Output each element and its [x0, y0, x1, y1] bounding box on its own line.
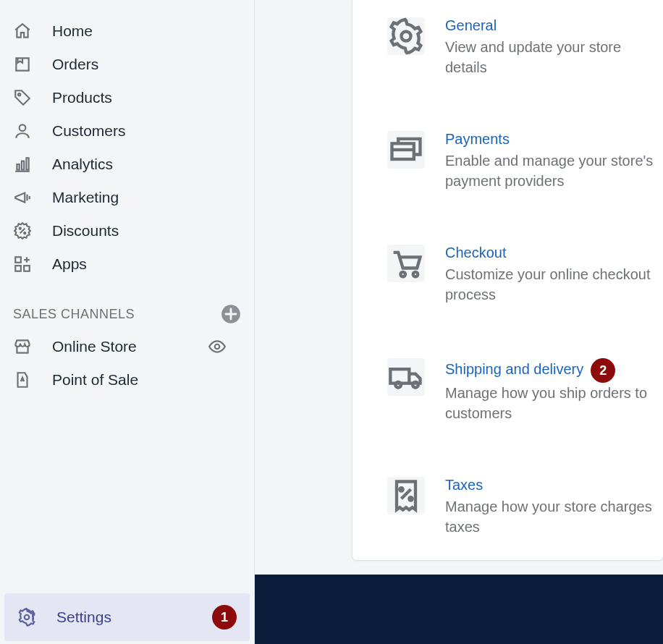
truck-icon: [387, 358, 425, 396]
nav-item-apps[interactable]: Apps: [0, 247, 254, 281]
nav-item-home[interactable]: Home: [0, 14, 254, 48]
sidebar: Home Orders Products Customers Analytics: [0, 0, 255, 644]
svg-point-1: [20, 124, 26, 131]
nav-item-orders[interactable]: Orders: [0, 48, 254, 81]
settings-entry-checkout[interactable]: Checkout Customize your online checkout …: [352, 227, 663, 312]
annotation-badge-1: 1: [212, 605, 237, 630]
svg-rect-9: [15, 266, 21, 271]
nav-item-label: Marketing: [52, 189, 119, 206]
settings-desc: Customize your online checkout process: [445, 264, 656, 305]
settings-desc: Enable and manage your store's payment p…: [445, 151, 656, 191]
user-icon: [13, 122, 32, 140]
settings-button[interactable]: Settings 1: [4, 593, 250, 641]
orders-icon: [13, 55, 32, 74]
discount-icon: [13, 221, 32, 240]
gear-icon: [387, 17, 425, 55]
megaphone-icon: [13, 188, 32, 207]
channel-label: Online Store: [52, 338, 187, 355]
cart-icon: [387, 245, 425, 282]
nav-item-customers[interactable]: Customers: [0, 114, 254, 148]
nav-item-label: Apps: [52, 255, 87, 273]
svg-point-0: [18, 93, 20, 96]
nav-item-label: Products: [52, 89, 112, 106]
svg-point-6: [24, 232, 25, 234]
primary-nav: Home Orders Products Customers Analytics: [0, 0, 254, 593]
annotation-badge-2: 2: [591, 358, 615, 383]
settings-entry-general[interactable]: General View and update your store detai…: [352, 0, 663, 85]
svg-rect-3: [22, 161, 24, 170]
settings-panel: General View and update your store detai…: [352, 0, 663, 560]
settings-desc: Manage how you ship orders to customers: [445, 383, 656, 423]
svg-point-13: [402, 32, 411, 41]
svg-rect-2: [17, 164, 19, 170]
nav-item-label: Home: [52, 22, 93, 40]
section-heading-label: SALES CHANNELS: [13, 307, 135, 322]
channel-point-of-sale[interactable]: Point of Sale: [0, 363, 254, 397]
payments-icon: [387, 131, 425, 169]
channel-label: Point of Sale: [52, 371, 241, 389]
store-icon: [13, 337, 32, 356]
channel-online-store[interactable]: Online Store: [0, 330, 254, 363]
settings-link-payments[interactable]: Payments: [445, 131, 510, 148]
nav-item-products[interactable]: Products: [0, 81, 254, 114]
svg-point-5: [20, 228, 21, 229]
sales-channels-heading: SALES CHANNELS: [0, 281, 254, 330]
svg-point-15: [400, 272, 405, 277]
receipt-icon: [387, 477, 425, 514]
settings-label: Settings: [56, 609, 192, 626]
nav-item-label: Analytics: [52, 156, 113, 173]
nav-item-analytics[interactable]: Analytics: [0, 148, 254, 181]
apps-icon: [13, 255, 32, 274]
nav-item-label: Customers: [52, 122, 126, 140]
main-area: General View and update your store detai…: [255, 0, 663, 644]
svg-point-20: [400, 488, 402, 491]
settings-link-general[interactable]: General: [445, 17, 497, 34]
home-icon: [13, 22, 32, 41]
svg-rect-8: [24, 266, 30, 271]
settings-link-taxes[interactable]: Taxes: [445, 477, 483, 493]
svg-rect-4: [26, 158, 28, 169]
tag-icon: [13, 88, 32, 107]
settings-desc: Manage how your store charges taxes: [445, 496, 656, 537]
svg-point-21: [409, 497, 412, 500]
svg-point-16: [413, 272, 418, 277]
analytics-icon: [13, 155, 32, 174]
svg-point-18: [395, 382, 401, 388]
settings-desc: View and update your store details: [445, 37, 656, 77]
add-channel-icon[interactable]: [221, 304, 241, 324]
settings-entry-payments[interactable]: Payments Enable and manage your store's …: [352, 114, 663, 198]
svg-point-11: [215, 344, 220, 349]
nav-item-label: Orders: [52, 56, 98, 73]
pos-icon: [13, 370, 32, 389]
gear-icon: [17, 608, 36, 627]
nav-item-label: Discounts: [52, 222, 119, 240]
settings-entry-taxes[interactable]: Taxes Manage how your store charges taxe…: [352, 459, 663, 544]
eye-icon[interactable]: [208, 337, 227, 356]
settings-link-shipping[interactable]: Shipping and delivery: [445, 361, 583, 378]
svg-rect-7: [15, 257, 21, 263]
nav-item-marketing[interactable]: Marketing: [0, 181, 254, 214]
nav-item-discounts[interactable]: Discounts: [0, 214, 254, 247]
svg-point-12: [25, 615, 30, 620]
svg-point-19: [413, 382, 418, 388]
footer-band: [255, 575, 663, 644]
settings-link-checkout[interactable]: Checkout: [445, 245, 507, 261]
settings-entry-shipping[interactable]: Shipping and delivery 2 Manage how you s…: [352, 341, 663, 431]
